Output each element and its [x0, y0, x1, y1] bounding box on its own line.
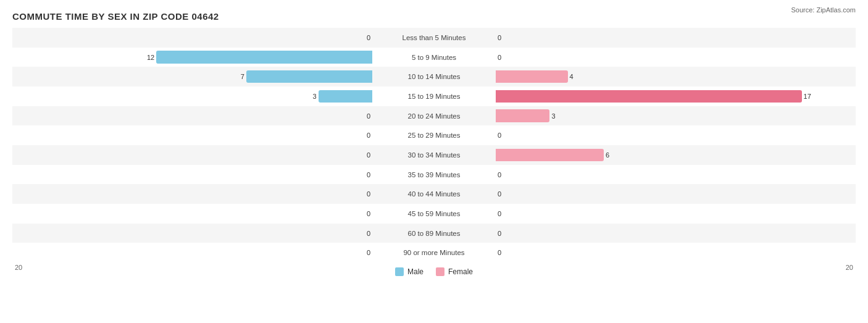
bar-female-6: 6 [496, 149, 604, 162]
male-value-1: 12 [147, 54, 154, 61]
bars-wrapper-11: 0 90 or more Minutes 0 [12, 243, 856, 262]
female-value-9: 0 [498, 210, 501, 217]
left-section-11: 0 [12, 246, 372, 259]
legend-female-label: Female [448, 267, 473, 276]
male-value-7: 0 [367, 171, 370, 178]
chart-row: 0 90 or more Minutes 0 [12, 243, 856, 262]
center-label-5: 25 to 29 Minutes [372, 132, 496, 139]
chart-row: 3 15 to 19 Minutes 17 [12, 86, 856, 106]
right-section-6: 6 [496, 149, 856, 162]
left-section-7: 0 [12, 168, 372, 181]
left-section-9: 0 [12, 208, 372, 220]
bar-female-2: 4 [496, 70, 568, 83]
chart-row: 0 20 to 24 Minutes 3 [12, 106, 856, 126]
bar-female-4: 3 [496, 109, 549, 122]
chart-row: 12 5 to 9 Minutes 0 [12, 48, 856, 67]
left-section-0: 0 [12, 31, 372, 44]
bars-wrapper-6: 0 30 to 34 Minutes 6 [12, 145, 856, 165]
center-label-2: 10 to 14 Minutes [372, 73, 496, 80]
center-label-1: 5 to 9 Minutes [372, 54, 496, 61]
right-section-5: 0 [496, 129, 856, 142]
female-value-3: 17 [804, 93, 811, 100]
center-label-3: 15 to 19 Minutes [372, 93, 496, 100]
bar-male-1: 12 [156, 51, 372, 64]
bars-wrapper-0: 0 Less than 5 Minutes 0 [12, 28, 856, 48]
bars-wrapper-8: 0 40 to 44 Minutes 0 [12, 184, 856, 204]
bars-wrapper-10: 0 60 to 89 Minutes 0 [12, 224, 856, 243]
female-value-5: 0 [498, 132, 501, 139]
chart-row: 0 45 to 59 Minutes 0 [12, 204, 856, 224]
left-section-8: 0 [12, 188, 372, 201]
legend-male-box [395, 267, 404, 276]
left-section-1: 12 [12, 51, 372, 64]
center-label-7: 35 to 39 Minutes [372, 171, 496, 178]
female-value-2: 4 [570, 73, 574, 80]
male-value-2: 7 [241, 73, 244, 80]
center-label-10: 60 to 89 Minutes [372, 230, 496, 237]
chart-row: 0 35 to 39 Minutes 0 [12, 165, 856, 185]
female-value-11: 0 [498, 249, 501, 256]
center-label-4: 20 to 24 Minutes [372, 112, 496, 120]
legend-male: Male [395, 267, 424, 276]
bars-wrapper-2: 7 10 to 14 Minutes 4 [12, 67, 856, 86]
right-section-2: 4 [496, 70, 856, 83]
chart-row: 7 10 to 14 Minutes 4 [12, 67, 856, 86]
right-section-9: 0 [496, 208, 856, 220]
chart-row: 0 30 to 34 Minutes 6 [12, 145, 856, 165]
chart-row: 0 40 to 44 Minutes 0 [12, 184, 856, 204]
right-section-10: 0 [496, 227, 856, 240]
male-value-11: 0 [367, 249, 370, 256]
axis-labels: 20 Male Female 20 [12, 264, 856, 276]
male-value-4: 0 [367, 112, 370, 120]
male-value-0: 0 [367, 34, 370, 41]
bars-wrapper-7: 0 35 to 39 Minutes 0 [12, 165, 856, 185]
male-value-8: 0 [367, 190, 370, 198]
center-label-9: 45 to 59 Minutes [372, 210, 496, 217]
legend-female: Female [436, 267, 473, 276]
bars-wrapper-4: 0 20 to 24 Minutes 3 [12, 106, 856, 126]
axis-right-label: 20 [846, 264, 853, 276]
bars-wrapper-3: 3 15 to 19 Minutes 17 [12, 86, 856, 106]
left-section-10: 0 [12, 227, 372, 240]
chart-title: COMMUTE TIME BY SEX IN ZIP CODE 04642 [12, 11, 856, 22]
right-section-4: 3 [496, 109, 856, 122]
axis-left-label: 20 [15, 264, 22, 276]
female-value-7: 0 [498, 171, 501, 178]
bar-male-3: 3 [319, 90, 372, 103]
female-value-8: 0 [498, 190, 501, 198]
male-value-6: 0 [367, 151, 370, 159]
right-section-0: 0 [496, 31, 856, 44]
male-value-3: 3 [312, 93, 316, 100]
female-value-6: 6 [606, 151, 609, 159]
legend-female-box [436, 267, 444, 276]
male-value-9: 0 [367, 210, 370, 217]
female-value-0: 0 [498, 34, 501, 41]
right-section-11: 0 [496, 246, 856, 259]
right-section-1: 0 [496, 51, 856, 64]
center-label-11: 90 or more Minutes [372, 249, 496, 256]
female-value-10: 0 [498, 230, 501, 237]
male-value-10: 0 [367, 230, 370, 237]
chart-container: COMMUTE TIME BY SEX IN ZIP CODE 04642 So… [0, 0, 868, 323]
right-section-8: 0 [496, 188, 856, 201]
female-value-4: 3 [551, 112, 555, 120]
left-section-2: 7 [12, 70, 372, 83]
source-label: Source: ZipAtlas.com [791, 6, 856, 14]
rows-container: 0 Less than 5 Minutes 0 12 5 to 9 Minute… [12, 28, 856, 262]
bars-wrapper-1: 12 5 to 9 Minutes 0 [12, 48, 856, 67]
bars-wrapper-9: 0 45 to 59 Minutes 0 [12, 204, 856, 224]
legend-area: Male Female [395, 267, 473, 276]
bars-wrapper-5: 0 25 to 29 Minutes 0 [12, 125, 856, 145]
center-label-6: 30 to 34 Minutes [372, 151, 496, 159]
bar-female-3: 17 [496, 90, 802, 103]
bar-male-2: 7 [246, 70, 372, 83]
center-label-8: 40 to 44 Minutes [372, 190, 496, 198]
chart-row: 0 25 to 29 Minutes 0 [12, 125, 856, 145]
left-section-3: 3 [12, 90, 372, 103]
chart-area: 0 Less than 5 Minutes 0 12 5 to 9 Minute… [12, 28, 856, 281]
right-section-3: 17 [496, 90, 856, 103]
left-section-5: 0 [12, 129, 372, 142]
chart-row: 0 Less than 5 Minutes 0 [12, 28, 856, 48]
chart-row: 0 60 to 89 Minutes 0 [12, 224, 856, 243]
legend-male-label: Male [407, 267, 424, 276]
